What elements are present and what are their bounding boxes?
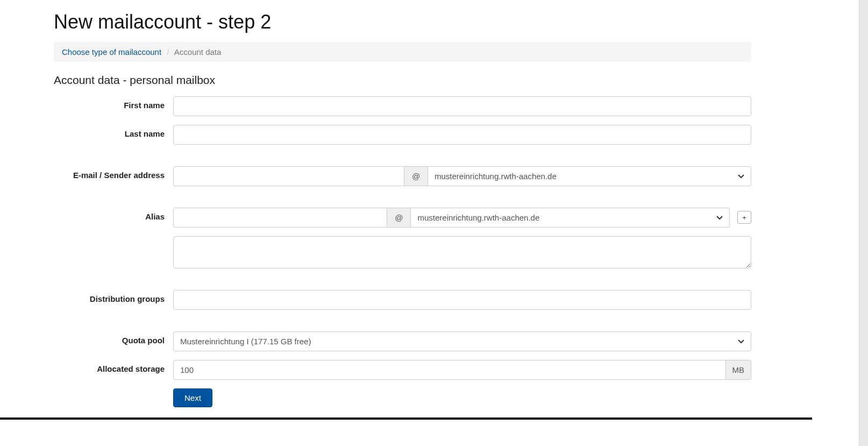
alias-list-textarea[interactable] bbox=[173, 236, 751, 268]
email-at-addon: @ bbox=[404, 166, 428, 186]
label-allocated-storage: Allocated storage bbox=[54, 360, 173, 373]
label-first-name: First name bbox=[54, 96, 173, 110]
breadcrumb-separator: / bbox=[163, 47, 172, 56]
row-alias-list bbox=[54, 236, 751, 268]
label-last-name: Last name bbox=[54, 125, 173, 138]
row-quota-pool: Quota pool Mustereinrichtung I (177.15 G… bbox=[54, 331, 751, 351]
label-alias-list-empty bbox=[54, 236, 173, 240]
section-title: Account data - personal mailbox bbox=[54, 74, 812, 87]
breadcrumb: Choose type of mailaccount / Account dat… bbox=[54, 42, 751, 62]
email-local-input[interactable] bbox=[173, 166, 404, 186]
last-name-input[interactable] bbox=[173, 125, 751, 145]
breadcrumb-current: Account data bbox=[174, 47, 222, 56]
row-submit: Next bbox=[54, 388, 751, 407]
email-domain-select[interactable]: mustereinrichtung.rwth-aachen.de bbox=[428, 166, 751, 186]
row-last-name: Last name bbox=[54, 125, 751, 145]
alias-local-input[interactable] bbox=[173, 208, 387, 228]
row-allocated-storage: Allocated storage MB bbox=[54, 360, 751, 380]
first-name-input[interactable] bbox=[173, 96, 751, 116]
row-alias: Alias @ mustereinrichtung.rwth-aachen.de… bbox=[54, 208, 751, 228]
row-email-sender: E-mail / Sender address @ mustereinricht… bbox=[54, 166, 751, 186]
label-email-sender: E-mail / Sender address bbox=[54, 166, 173, 180]
storage-unit-addon: MB bbox=[726, 360, 752, 380]
scrollbar-gutter[interactable] bbox=[859, 0, 868, 420]
label-quota-pool: Quota pool bbox=[54, 331, 173, 345]
label-alias: Alias bbox=[54, 208, 173, 221]
row-distribution-groups: Distribution groups bbox=[54, 290, 751, 310]
next-button[interactable]: Next bbox=[173, 388, 212, 407]
alias-domain-select[interactable]: mustereinrichtung.rwth-aachen.de bbox=[411, 208, 730, 228]
row-first-name: First name bbox=[54, 96, 751, 116]
form-area: First name Last name E-mail / Sender add… bbox=[54, 96, 751, 407]
breadcrumb-step1-link[interactable]: Choose type of mailaccount bbox=[62, 47, 161, 56]
page-wrapper: New mailaccount - step 2 Choose type of … bbox=[0, 0, 812, 420]
page-title: New mailaccount - step 2 bbox=[54, 11, 812, 33]
bottom-bar bbox=[0, 417, 812, 420]
alias-at-addon: @ bbox=[387, 208, 411, 228]
add-alias-button[interactable]: + bbox=[737, 211, 751, 224]
allocated-storage-input[interactable] bbox=[173, 360, 726, 380]
quota-pool-select[interactable]: Mustereinrichtung I (177.15 GB free) bbox=[173, 331, 751, 351]
distribution-groups-input[interactable] bbox=[173, 290, 751, 310]
label-distribution-groups: Distribution groups bbox=[54, 290, 173, 303]
